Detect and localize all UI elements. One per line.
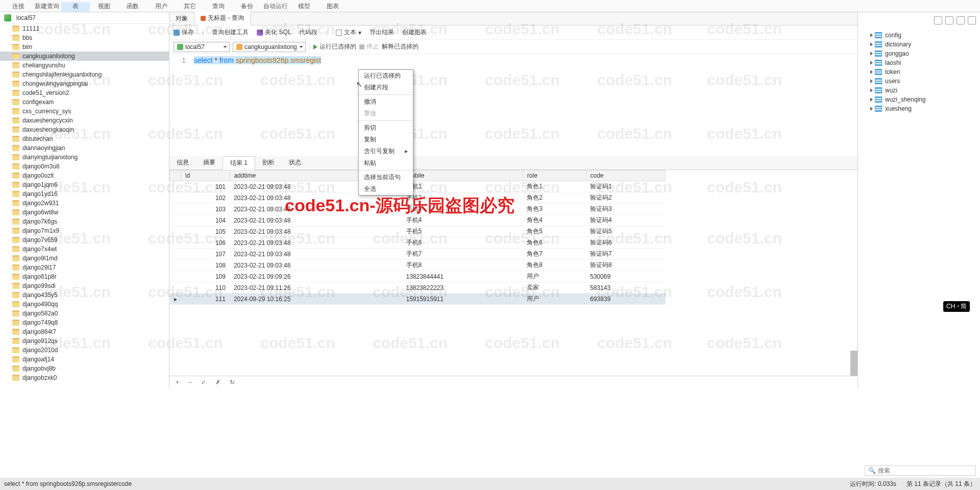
grid-icon[interactable] bbox=[968, 16, 976, 24]
col-id[interactable]: id bbox=[181, 170, 230, 181]
db-item-code51_version2[interactable]: code51_version2 bbox=[0, 88, 169, 97]
cm-paste[interactable]: 粘贴 bbox=[359, 157, 413, 169]
tb-table[interactable]: 表 bbox=[61, 2, 90, 12]
tb-connect[interactable]: 连接 bbox=[4, 2, 33, 12]
table-row[interactable]: 1092023-02-21 09:09:2613823844441用户53006… bbox=[170, 271, 666, 282]
cm-undo[interactable]: 撤消 bbox=[359, 96, 413, 108]
db-item-cheliangyunshu[interactable]: cheliangyunshu bbox=[0, 61, 169, 70]
db-item-django0ozlt[interactable]: django0ozlt bbox=[0, 171, 169, 180]
tab-query[interactable]: 无标题 - 查询 bbox=[194, 12, 251, 26]
tab-objects[interactable]: 对象 bbox=[169, 12, 194, 25]
db-item-chengshilajifenleiguanlixitong[interactable]: chengshilajifenleiguanlixitong bbox=[0, 70, 169, 79]
db-item-django435y5[interactable]: django435y5 bbox=[0, 290, 169, 300]
stop-button[interactable]: 停止 bbox=[359, 42, 379, 51]
tb-view[interactable]: 视图 bbox=[90, 2, 118, 12]
db-item-bbs[interactable]: bbs bbox=[0, 33, 169, 42]
info-icon[interactable] bbox=[934, 16, 942, 24]
table-item-gonggao[interactable]: gonggao bbox=[860, 49, 978, 58]
results-tab-3[interactable]: 剖析 bbox=[255, 156, 282, 169]
cm-run[interactable]: 运行已选择的 bbox=[359, 70, 413, 82]
db-item-django912qs[interactable]: django912qs bbox=[0, 336, 169, 346]
commit-button[interactable]: ✓ bbox=[199, 379, 208, 386]
table-row[interactable]: 1022023-02-21 09:03:48手机2角色2验证码2 bbox=[170, 192, 666, 204]
db-item-chongwulingyangpingtai[interactable]: chongwulingyangpingtai bbox=[0, 79, 169, 88]
sql-editor[interactable]: 1 select * from springboots926p.smsregis… bbox=[169, 54, 857, 156]
tb-chart[interactable]: 图表 bbox=[318, 2, 347, 12]
tb-other[interactable]: 其它 bbox=[176, 2, 204, 12]
db-item-configexam[interactable]: configexam bbox=[0, 97, 169, 107]
db-item-django2010d[interactable]: django2010d bbox=[0, 346, 169, 355]
table-row[interactable]: 1042023-02-21 09:03:48手机4角色4验证码4 bbox=[170, 215, 666, 226]
db-item-daxueshengkaoqin[interactable]: daxueshengkaoqin bbox=[0, 125, 169, 134]
refresh-button[interactable]: ↻ bbox=[228, 379, 237, 386]
create-chart-button[interactable]: 创建图表 bbox=[402, 28, 427, 37]
db-item-diannaoyingjian[interactable]: diannaoyingjian bbox=[0, 143, 169, 153]
db-item-django99sdi[interactable]: django99sdi bbox=[0, 281, 169, 290]
db-item-django490qq[interactable]: django490qq bbox=[0, 300, 169, 309]
db-item-django7m1x9[interactable]: django7m1x9 bbox=[0, 226, 169, 235]
cm-snippet[interactable]: 创建片段 bbox=[359, 82, 413, 93]
db-item-django1yd16[interactable]: django1yd16 bbox=[0, 189, 169, 199]
table-item-xuesheng[interactable]: xuesheng bbox=[860, 104, 978, 113]
connection-dropdown[interactable]: local57 bbox=[174, 42, 230, 52]
export-button[interactable]: 导出结果 bbox=[370, 28, 394, 37]
db-item-django864t7[interactable]: django864t7 bbox=[0, 327, 169, 336]
results-tab-2[interactable]: 结果 1 bbox=[223, 156, 255, 170]
run-button[interactable]: 运行已选择的 bbox=[313, 42, 356, 51]
tb-model[interactable]: 模型 bbox=[290, 2, 318, 12]
db-item-django7x4wt[interactable]: django7x4wt bbox=[0, 244, 169, 254]
db-item-django7k6gs[interactable]: django7k6gs bbox=[0, 217, 169, 226]
tb-auto[interactable]: 自动运行 bbox=[261, 2, 290, 12]
table-item-dictionary[interactable]: dictionary bbox=[860, 40, 978, 49]
tb-newquery[interactable]: 新建查询 bbox=[33, 2, 61, 12]
db-item-djangoafj14[interactable]: djangoafj14 bbox=[0, 355, 169, 364]
results-tab-1[interactable]: 摘要 bbox=[196, 156, 223, 169]
cm-select-all[interactable]: 全选 bbox=[359, 183, 413, 195]
db-item-djangobzxk0[interactable]: djangobzxk0 bbox=[0, 373, 169, 382]
table-row[interactable]: 1082023-02-21 09:03:48手机8角色8验证码8 bbox=[170, 260, 666, 271]
db-item-django9l1md[interactable]: django9l1md bbox=[0, 254, 169, 263]
refresh-icon[interactable] bbox=[957, 16, 965, 24]
db-item-django582a0[interactable]: django582a0 bbox=[0, 309, 169, 318]
builder-button[interactable]: 查询创建工具 bbox=[212, 28, 249, 37]
add-row-button[interactable]: + bbox=[174, 379, 181, 386]
cm-copy-quote[interactable]: 含引号复制▶ bbox=[359, 145, 413, 157]
results-tab-4[interactable]: 状态 bbox=[282, 156, 308, 169]
table-row[interactable]: 1072023-02-21 09:03:48手机7角色7验证码7 bbox=[170, 249, 666, 260]
editor-content[interactable]: select * from springboots926p.smsregist bbox=[194, 56, 857, 64]
table-row[interactable]: 1012023-02-21 09:03:48手机1角色1验证码1 bbox=[170, 181, 666, 192]
cm-cut[interactable]: 剪切 bbox=[359, 122, 413, 134]
database-dropdown[interactable]: cangkuguanlixitong bbox=[233, 42, 306, 52]
cancel-edit-button[interactable]: ✗ bbox=[213, 379, 223, 386]
table-item-config[interactable]: config bbox=[860, 31, 978, 40]
beautify-button[interactable]: 美化 SQL bbox=[257, 28, 291, 37]
explain-button[interactable]: 解释已选择的 bbox=[382, 42, 419, 51]
table-item-wuzi[interactable]: wuzi bbox=[860, 86, 978, 95]
search-box[interactable]: 🔍 bbox=[865, 465, 976, 476]
table-row[interactable]: 1112024-09-29 10:16:2515915915911用户69383… bbox=[170, 293, 666, 305]
results-grid[interactable]: idaddtimemobilerolecode1012023-02-21 09:… bbox=[169, 170, 857, 376]
cm-copy[interactable]: 复制 bbox=[359, 134, 413, 145]
db-item-djangodigcx[interactable]: djangodigcx bbox=[0, 382, 169, 383]
col-role[interactable]: role bbox=[523, 170, 586, 181]
delete-row-button[interactable]: − bbox=[186, 379, 194, 386]
db-item-11111[interactable]: 11111 bbox=[0, 24, 169, 33]
cm-select-stmt[interactable]: 选择当前语句 bbox=[359, 172, 413, 183]
tb-query[interactable]: 查询 bbox=[204, 2, 233, 12]
db-item-django0m3u8[interactable]: django0m3u8 bbox=[0, 162, 169, 171]
snippet-button[interactable]: 代码段 bbox=[299, 28, 317, 37]
table-item-wuzi_shenqing[interactable]: wuzi_shenqing bbox=[860, 95, 978, 104]
col-mobile[interactable]: mobile bbox=[402, 170, 523, 181]
table-item-users[interactable]: users bbox=[860, 77, 978, 86]
db-item-django61p8r[interactable]: django61p8r bbox=[0, 272, 169, 281]
table-item-laoshi[interactable]: laoshi bbox=[860, 58, 978, 67]
db-item-dbtutechan[interactable]: dbtutechan bbox=[0, 134, 169, 143]
table-row[interactable]: 1102023-02-21 09:11:2613823822223卖家58314… bbox=[170, 282, 666, 293]
table-row[interactable]: 1062023-02-21 09:03:48手机6角色6验证码6 bbox=[170, 237, 666, 249]
col-code[interactable]: code bbox=[586, 170, 665, 181]
ddl-icon[interactable] bbox=[945, 16, 953, 24]
db-item-django2w931[interactable]: django2w931 bbox=[0, 199, 169, 208]
table-row[interactable]: 1052023-02-21 09:03:48手机5角色5验证码5 bbox=[170, 226, 666, 237]
db-item-cxs_currency_sys[interactable]: cxs_currency_sys bbox=[0, 107, 169, 116]
db-item-djangobvj8b[interactable]: djangobvj8b bbox=[0, 364, 169, 373]
